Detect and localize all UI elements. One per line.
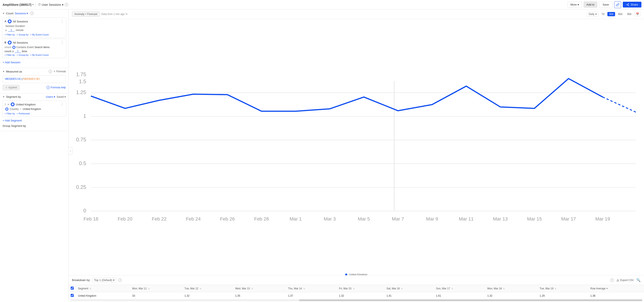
measured-collapse-icon[interactable]: ▼ [2, 70, 5, 73]
series-b-group-btn[interactable]: + Group-by [17, 54, 28, 56]
svg-line-4 [627, 4, 628, 4]
breakdown-header: Breakdown by: Top 1 (Default) ▾ i i Expo… [68, 276, 644, 285]
row-avg: 1.38 [588, 292, 640, 300]
col-thu-mar14[interactable]: Thu, Mar 14 ⇅ [286, 285, 337, 292]
series-b-value-input[interactable] [14, 50, 21, 53]
col-tue-mar19[interactable]: Tue, Mar 19 ⇅ [538, 285, 588, 292]
export-csv-label: Export CSV [620, 279, 634, 282]
row-extra [640, 292, 644, 300]
series-a-menu-icon[interactable]: ⋮ [60, 20, 64, 23]
formula-close-icon[interactable]: ✕ [53, 70, 56, 73]
share-button[interactable]: Share [623, 2, 642, 7]
series-b-block: B All Sessions ⋮ where Contains Event Se… [2, 39, 66, 58]
series-a-unit: minute [16, 29, 24, 32]
col-row-avg[interactable]: Row Average ▾ [588, 285, 640, 292]
country-label: Country [10, 108, 19, 111]
formula-label-text: Formula [56, 70, 66, 73]
col-sat-mar16[interactable]: Sat, Mar 16 ⇅ [384, 285, 434, 292]
segment-collapse-icon[interactable]: ▼ [2, 96, 5, 98]
time-90d-button[interactable]: 90d [625, 12, 633, 16]
more-button[interactable]: More ▾ [568, 1, 582, 8]
segment-expand-icon[interactable]: ▼ [7, 103, 10, 106]
col-sun-mar17[interactable]: Sun, Mar 17 ⇅ [434, 285, 485, 292]
series-b-filter-btn[interactable]: + Filter by [4, 54, 15, 56]
series-b-letter: B [4, 41, 6, 44]
series-a-gte: ≥ [5, 29, 7, 32]
segment-performed-btn[interactable]: + Performed [17, 112, 30, 115]
svg-text:1.25: 1.25 [76, 89, 86, 95]
time-60d-button[interactable]: 60d [616, 12, 624, 16]
breakdown-selector[interactable]: Top 1 (Default) ▾ [92, 278, 116, 283]
col-mon-mar18[interactable]: Mon, Mar 18 ⇅ [485, 285, 538, 292]
daily-selector[interactable]: Daily ▾ [587, 12, 598, 16]
segment-1-block: 1 ▼ United Kingdom ⋮ Country = United Ki… [2, 101, 66, 117]
segment-1-menu-icon[interactable]: ⋮ [60, 103, 64, 106]
row-checkbox-cell [68, 292, 76, 300]
saved-dropdown[interactable]: Saved ▾ [56, 95, 66, 98]
session-selector[interactable]: ⏱ User Sessions ▾ [38, 3, 64, 6]
horizontal-scrollbar[interactable] [70, 300, 642, 301]
count-info-icon[interactable]: i [30, 11, 34, 15]
series-a-group-btn[interactable]: + Group-by [17, 33, 28, 36]
app-title[interactable]: AmpliStore (380517) ▾ [2, 3, 34, 6]
series-a-filter-btn[interactable]: + Filter by [4, 33, 15, 36]
info-icon[interactable]: i [65, 3, 68, 6]
export-csv-button[interactable]: Export CSV [616, 279, 634, 282]
count-collapse-icon[interactable]: ▼ [2, 12, 5, 14]
series-b-menu-icon[interactable]: ⋮ [60, 41, 64, 44]
refresh-icon[interactable]: ↻ [126, 13, 128, 16]
col-segment[interactable]: Segment ⇅ [76, 285, 130, 292]
table-info-icon[interactable]: i [610, 279, 614, 282]
series-b-event-count-btn[interactable]: + By Event Count [30, 54, 49, 56]
segment-name: United Kingdom [16, 103, 59, 106]
svg-text:0: 0 [83, 208, 86, 213]
row-mon-mar18: 1.32 [485, 292, 538, 300]
tue-mar19-sort-icon: ⇅ [555, 288, 556, 290]
formula-footer: ✓ Applied i Formula help [0, 84, 68, 91]
add-to-button[interactable]: Add to [584, 1, 597, 8]
col-tue-mar12[interactable]: Tue, Mar 12 ⇅ [182, 285, 233, 292]
more-label: More [570, 3, 577, 6]
count-section: ▼ Count Sessions ▾ i A All Sessions ⋮ [0, 9, 68, 68]
col-wed-mar13[interactable]: Wed, Mar 13 ⇅ [233, 285, 286, 292]
col-fri-mar15[interactable]: Fri, Mar 15 ⇅ [337, 285, 384, 292]
anomaly-forecast-button[interactable]: Anomaly + Forecast [72, 11, 100, 17]
add-session-btn[interactable]: + Add Session [0, 59, 68, 66]
breakdown-info-icon[interactable]: i [118, 279, 122, 282]
series-b-event-icon [12, 46, 16, 49]
time-7d-button[interactable]: 7d [600, 12, 606, 16]
chart-area: 0 0.25 0.5 0.75 1 1.25 1.75 1.5 [68, 19, 644, 275]
row-avg-header: Row Average ▾ [590, 287, 638, 290]
measured-info-icon[interactable]: i [49, 70, 52, 73]
mon-mar11-sort-icon: ⇅ [148, 288, 150, 290]
add-segment-btn[interactable]: + Add Segment [0, 118, 68, 123]
link-button[interactable] [614, 1, 621, 8]
select-all-checkbox[interactable] [71, 287, 74, 290]
formula-input[interactable]: UNIQUES(A)/UNIQUES(B) [2, 75, 66, 83]
svg-text:Mar 5: Mar 5 [358, 216, 370, 222]
sessions-dropdown[interactable]: Sessions ▾ [15, 12, 28, 15]
toggle-panel-button[interactable]: ‹ [68, 147, 72, 155]
more-chevron-icon: ▾ [578, 3, 579, 6]
row-checkbox[interactable] [71, 294, 74, 297]
calendar-button[interactable]: 📅 [634, 12, 640, 16]
col-mon-mar11-label: Mon, Mar 11 [132, 287, 146, 290]
table-search-icon[interactable]: 🔍 [636, 278, 640, 282]
formula-func-b: UNIQUES(B) [23, 77, 40, 80]
series-a-value-input[interactable] [8, 28, 14, 32]
series-a-event-count-btn[interactable]: + By Event Count [30, 33, 49, 36]
svg-text:Feb 24: Feb 24 [186, 216, 201, 222]
segment-filter-btn[interactable]: + Filter by [4, 112, 15, 115]
segment-country-value: United Kingdom [23, 108, 41, 111]
main-layout: ▼ Count Sessions ▾ i A All Sessions ⋮ [0, 9, 644, 302]
segment-header: ▼ Segment by Users ▾ Saved ▾ [0, 93, 68, 100]
row-fri-mar15: 1.32 [337, 292, 384, 300]
col-mon-mar11[interactable]: Mon, Mar 11 ⇅ [130, 285, 182, 292]
time-30d-button[interactable]: 30d [607, 12, 615, 16]
save-button[interactable]: Save [599, 1, 613, 8]
table-container: Segment ⇅ Mon, Mar 11 ⇅ Tue, Mar 12 ⇅ [68, 285, 644, 302]
formula-help-button[interactable]: i Formula help [46, 86, 66, 89]
measured-section: ▼ Measured as i ✕ Formula UNIQUES(A)/UNI… [0, 68, 68, 93]
users-dropdown[interactable]: Users ▾ [46, 95, 55, 98]
segment-section: ▼ Segment by Users ▾ Saved ▾ 1 ▼ [0, 93, 68, 131]
